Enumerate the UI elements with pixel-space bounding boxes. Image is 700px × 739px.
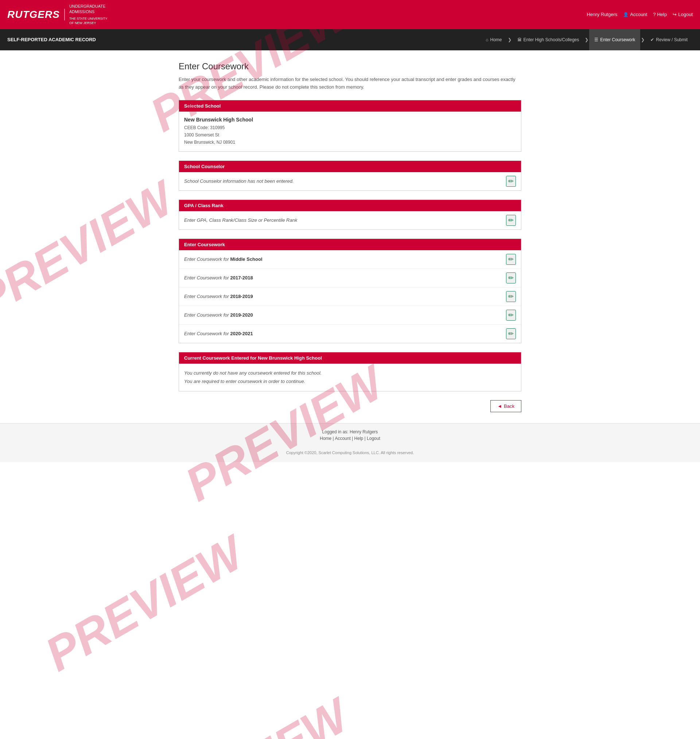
footer-links: Home | Account | Help | Logout <box>7 436 693 441</box>
logout-link[interactable]: Logout <box>673 12 693 17</box>
enter-coursework-rows: Enter Coursework for Middle School ✏ Ent… <box>179 250 521 343</box>
user-icon <box>623 12 628 17</box>
footer: Logged in as: Henry Rutgers Home | Accou… <box>0 423 700 462</box>
current-coursework-card: Current Coursework Entered for New Bruns… <box>179 352 521 392</box>
coursework-row-1: Enter Coursework for 2017-2018 ✏ <box>179 269 521 287</box>
edit-icon-coursework-1: ✏ <box>508 274 514 282</box>
school-counselor-header: School Counselor <box>179 161 521 172</box>
school-name: New Brunswick High School <box>184 117 516 122</box>
page-title: Enter Coursework <box>179 61 521 72</box>
watermark-text-2: PREVIEW <box>0 171 183 328</box>
coursework-period-0: Middle School <box>230 256 262 262</box>
edit-icon-coursework-0: ✏ <box>508 255 514 264</box>
page-description: Enter your coursework and other academic… <box>179 76 521 91</box>
breadcrumb-coursework-label: Enter Coursework <box>600 37 635 42</box>
coursework-edit-button-0[interactable]: ✏ <box>506 254 516 265</box>
school-counselor-row: School Counselor information has not bee… <box>179 172 521 190</box>
school-address1: 1000 Somerset St <box>184 131 516 138</box>
breadcrumb-coursework: ☰ Enter Coursework <box>589 29 640 50</box>
logged-in-text: Logged in as: Henry Rutgers <box>7 429 693 434</box>
coursework-period-2: 2018-2019 <box>230 294 253 299</box>
gpa-row: Enter GPA, Class Rank/Class Size or Perc… <box>179 211 521 230</box>
footer-logged: Logged in as: Henry Rutgers Home | Accou… <box>0 423 700 447</box>
coursework-row-2: Enter Coursework for 2018-2019 ✏ <box>179 287 521 306</box>
coursework-edit-button-4[interactable]: ✏ <box>506 328 516 339</box>
breadcrumb: Home ❯ 🏛 Enter High Schools/Colleges ❯ ☰… <box>481 29 693 50</box>
footer-account-link[interactable]: Account <box>335 436 350 441</box>
breadcrumb-bar: SELF-REPORTED ACADEMIC RECORD Home ❯ 🏛 E… <box>0 29 700 50</box>
coursework-period-1: 2017-2018 <box>230 275 253 281</box>
coursework-period-4: 2020-2021 <box>230 331 253 336</box>
breadcrumb-schools[interactable]: 🏛 Enter High Schools/Colleges <box>512 29 584 50</box>
edit-icon-coursework-3: ✏ <box>508 311 514 319</box>
coursework-row-4: Enter Coursework for 2020-2021 ✏ <box>179 325 521 343</box>
coursework-row-text-2: Enter Coursework for 2018-2019 <box>184 294 253 299</box>
coursework-row-text-3: Enter Coursework for 2019-2020 <box>184 312 253 318</box>
selected-school-body: New Brunswick High School CEEB Code: 310… <box>179 112 521 152</box>
school-counselor-text: School Counselor information has not bee… <box>184 178 294 184</box>
school-counselor-card: School Counselor School Counselor inform… <box>179 160 521 191</box>
user-name: Henry Rutgers <box>587 12 617 17</box>
breadcrumb-review-label: Review / Submit <box>656 37 688 42</box>
edit-icon-coursework-2: ✏ <box>508 293 514 300</box>
help-icon: ? <box>653 12 656 17</box>
system-label: SELF-REPORTED ACADEMIC RECORD <box>7 30 96 49</box>
no-coursework-line1: You currently do not have any coursework… <box>184 369 516 377</box>
gpa-text: Enter GPA, Class Rank/Class Size or Perc… <box>184 217 297 223</box>
coursework-row-text-1: Enter Coursework for 2017-2018 <box>184 275 253 281</box>
gpa-card: GPA / Class Rank Enter GPA, Class Rank/C… <box>179 200 521 230</box>
coursework-row-0: Enter Coursework for Middle School ✏ <box>179 250 521 269</box>
school-address2: New Brunswick, NJ 08901 <box>184 138 516 146</box>
breadcrumb-home-label: Home <box>490 37 501 42</box>
breadcrumb-review[interactable]: ✔ Review / Submit <box>645 29 693 50</box>
back-button[interactable]: ◄ Back <box>490 400 521 412</box>
coursework-row-text-0: Enter Coursework for Middle School <box>184 256 263 262</box>
school-counselor-edit-button[interactable]: ✏ <box>506 176 516 187</box>
coursework-edit-button-3[interactable]: ✏ <box>506 310 516 321</box>
breadcrumb-home[interactable]: Home <box>481 29 507 50</box>
no-coursework-line2: You are required to enter coursework in … <box>184 377 516 386</box>
logo-subtitle: UNDERGRADUATE ADMISSIONS THE STATE UNIVE… <box>69 4 107 25</box>
gpa-edit-button[interactable]: ✏ <box>506 215 516 226</box>
building-icon: 🏛 <box>517 37 522 42</box>
selected-school-card: Selected School New Brunswick High Schoo… <box>179 100 521 152</box>
current-coursework-body: You currently do not have any coursework… <box>179 364 521 391</box>
enter-coursework-card: Enter Coursework Enter Coursework for Mi… <box>179 238 521 343</box>
school-ceeb: CEEB Code: 310995 <box>184 124 516 131</box>
footer-home-link[interactable]: Home <box>320 436 331 441</box>
logout-icon <box>673 12 676 17</box>
logo-area: RUTGERS UNDERGRADUATE ADMISSIONS THE STA… <box>7 4 107 25</box>
coursework-edit-button-1[interactable]: ✏ <box>506 272 516 283</box>
main-content: Enter Coursework Enter your coursework a… <box>171 61 529 412</box>
footer-logout-link[interactable]: Logout <box>367 436 380 441</box>
current-coursework-header: Current Coursework Entered for New Bruns… <box>179 352 521 364</box>
edit-icon-coursework-4: ✏ <box>508 330 514 338</box>
back-button-row: ◄ Back <box>179 400 521 412</box>
copyright-text: Copyright ©2020, Scarlet Computing Solut… <box>286 450 414 455</box>
school-info: New Brunswick High School CEEB Code: 310… <box>184 117 516 146</box>
selected-school-header: Selected School <box>179 100 521 112</box>
enter-coursework-header: Enter Coursework <box>179 239 521 250</box>
check-icon: ✔ <box>650 37 654 42</box>
edit-icon-counselor: ✏ <box>508 177 514 185</box>
top-header: RUTGERS UNDERGRADUATE ADMISSIONS THE STA… <box>0 0 700 29</box>
footer-bottom: Copyright ©2020, Scarlet Computing Solut… <box>0 447 700 462</box>
breadcrumb-schools-label: Enter High Schools/Colleges <box>524 37 579 42</box>
coursework-period-3: 2019-2020 <box>230 312 253 318</box>
back-arrow-icon: ◄ <box>497 403 502 409</box>
back-button-label: Back <box>504 403 515 409</box>
footer-help-link[interactable]: Help <box>354 436 363 441</box>
coursework-row-3: Enter Coursework for 2019-2020 ✏ <box>179 306 521 325</box>
header-nav: Henry Rutgers Account ? Help Logout <box>587 12 693 17</box>
account-link[interactable]: Account <box>623 12 647 17</box>
coursework-edit-button-2[interactable]: ✏ <box>506 291 516 302</box>
edit-icon-gpa: ✏ <box>508 216 514 224</box>
rutgers-logo: RUTGERS <box>7 9 65 21</box>
help-link[interactable]: ? Help <box>653 12 667 17</box>
gpa-header: GPA / Class Rank <box>179 200 521 211</box>
coursework-row-text-4: Enter Coursework for 2020-2021 <box>184 331 253 336</box>
list-icon: ☰ <box>594 37 598 42</box>
home-icon <box>485 37 488 42</box>
